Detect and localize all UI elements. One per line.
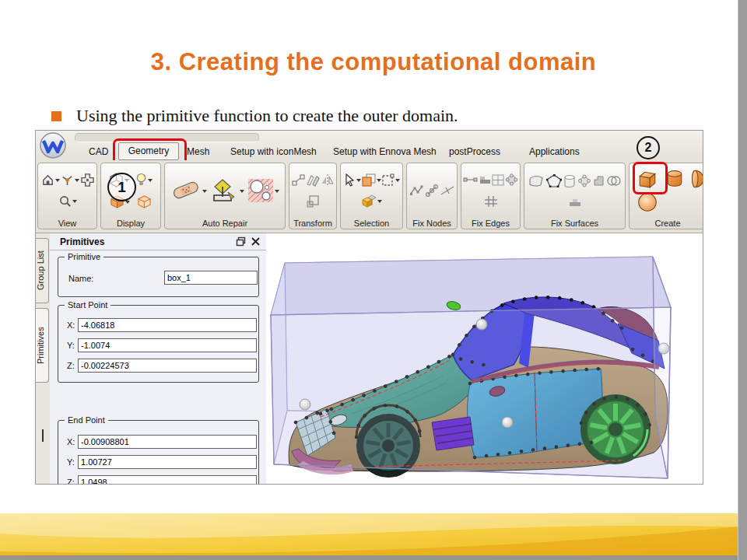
app-logo-icon <box>37 131 68 159</box>
toolbar-group-transform: Transform <box>289 163 337 229</box>
page-title: 3. Creating the computational domain <box>0 48 747 76</box>
gold-bar-art <box>0 513 747 555</box>
toolbar-group-fix-edges: Fix Edges <box>461 163 521 229</box>
menu-item-setup-ennova[interactable]: Setup with Ennova Mesh <box>333 146 437 157</box>
mirror-icon[interactable] <box>321 173 335 187</box>
menu-item-applications[interactable]: Applications <box>529 146 580 157</box>
bullet-text: Using the primitive function to create t… <box>76 106 458 126</box>
edge-ramp-icon[interactable] <box>479 174 492 185</box>
start-y-input[interactable] <box>78 338 257 352</box>
toolbar-group-label: Fix Surfaces <box>524 219 625 228</box>
footer-gold-bar: IDAJ integrated digital advanced solutio… <box>0 513 747 555</box>
primitives-panel: Primitives Primitive Name: Start Point X… <box>50 233 267 485</box>
toolbar-group-label: Auto Repair <box>165 219 285 228</box>
viewport-3d[interactable] <box>266 233 703 485</box>
surface-cylinder-icon[interactable] <box>563 174 576 188</box>
window-edge-bar <box>738 0 747 560</box>
annotation-box-create <box>633 162 668 194</box>
select-faces-icon[interactable] <box>362 173 381 187</box>
viewport-scene <box>266 233 703 483</box>
edge-fence-icon[interactable] <box>484 195 498 208</box>
toolbar-group-label: Create <box>630 219 703 228</box>
view-pad-icon[interactable] <box>81 173 94 187</box>
float-panel-icon[interactable] <box>236 236 246 247</box>
menu-item-postprocess[interactable]: postProcess <box>449 146 500 157</box>
menu-item-mesh[interactable]: Mesh <box>187 146 209 157</box>
bandage-icon[interactable] <box>170 179 207 202</box>
start-z-label: Z: <box>67 361 75 370</box>
end-z-label: Z: <box>67 478 75 485</box>
hole-fill-icon[interactable] <box>247 178 279 203</box>
create-dome-icon[interactable] <box>692 170 703 188</box>
zoom-icon[interactable] <box>58 194 77 208</box>
edge-segment-icon[interactable] <box>463 174 478 185</box>
toolbar-group-fix-surfaces: Fix Surfaces <box>524 163 626 229</box>
group-label: End Point <box>65 415 108 425</box>
end-x-label: X: <box>67 437 75 446</box>
group-label: Primitive <box>65 252 103 261</box>
bullet-square-icon <box>51 111 61 121</box>
annotation-step-1: 1 <box>107 173 136 201</box>
rotate-copy-icon[interactable] <box>306 173 320 187</box>
start-y-label: Y: <box>67 341 75 350</box>
create-cylinder-icon[interactable] <box>665 170 684 188</box>
orient-axis-icon[interactable] <box>61 173 79 187</box>
node-chain-icon[interactable] <box>425 184 439 197</box>
side-tab-strip: Group List Primitives <box>36 233 50 485</box>
start-x-label: X: <box>67 320 75 330</box>
menu-item-cad[interactable]: CAD <box>89 146 108 157</box>
panel-header: Primitives <box>50 233 266 250</box>
toolbar-group-fix-nodes: Fix Nodes <box>406 163 458 229</box>
group-label: Start Point <box>65 300 110 310</box>
lightbulb-icon[interactable] <box>135 173 153 187</box>
toolbar-group-label: Fix Nodes <box>407 219 457 228</box>
wire-box-icon[interactable] <box>137 194 152 208</box>
toolbar-group-label: Display <box>101 219 160 228</box>
end-y-input[interactable] <box>78 455 257 469</box>
box-select-icon[interactable] <box>381 173 400 187</box>
tab-primitives[interactable]: Primitives <box>36 308 49 383</box>
toolbar-group-label: Selection <box>341 219 402 228</box>
dock-body: Group List Primitives Primitives Primiti… <box>36 233 703 485</box>
bottom-edge-strip <box>0 555 747 560</box>
toolbar-group-label: Fix Edges <box>461 219 520 228</box>
surface-puzzle-icon[interactable] <box>577 174 591 187</box>
end-y-label: Y: <box>67 457 75 467</box>
toolbar-group-view: View <box>37 163 97 229</box>
slide: 3. Creating the computational domain Usi… <box>0 0 747 560</box>
scale-icon[interactable] <box>306 194 320 208</box>
toolbar-group-selection: Selection <box>340 163 403 229</box>
surface-ramp-icon[interactable] <box>569 197 581 207</box>
app-titlebar: CAD Geometry Mesh Setup with iconMesh Se… <box>36 131 703 160</box>
app-screenshot: CAD Geometry Mesh Setup with iconMesh Se… <box>35 130 703 485</box>
annotation-step-2: 2 <box>637 136 660 159</box>
tab-group-list[interactable]: Group List <box>36 238 49 303</box>
ribbon-toolbar: View Display <box>36 160 703 233</box>
edge-grid-icon[interactable] <box>492 174 504 186</box>
cursor-icon[interactable] <box>343 173 361 187</box>
translate-icon[interactable] <box>292 173 306 187</box>
start-x-input[interactable] <box>78 318 257 332</box>
panel-title: Primitives <box>60 236 104 247</box>
surface-extrude-icon[interactable] <box>593 175 605 187</box>
end-z-input[interactable] <box>78 475 257 485</box>
split-line-icon[interactable] <box>440 184 455 197</box>
create-sphere-icon[interactable] <box>637 192 658 212</box>
menu-item-setup-iconmesh[interactable]: Setup with iconMesh <box>230 146 317 157</box>
toolbar-group-label: Transform <box>289 219 336 228</box>
surface-poly-icon[interactable] <box>546 174 562 187</box>
toolbar-group-label: View <box>38 219 96 228</box>
select-solids-icon[interactable] <box>362 194 382 208</box>
edge-puzzle-icon[interactable] <box>505 173 518 186</box>
repair-flag-icon[interactable] <box>211 178 244 203</box>
name-input[interactable] <box>164 271 258 285</box>
tab-tick <box>42 429 44 442</box>
name-label: Name: <box>68 274 93 283</box>
surface-quad-icon[interactable] <box>528 174 545 187</box>
home-icon[interactable] <box>41 173 60 187</box>
start-z-input[interactable] <box>78 359 257 373</box>
fix-polyline-icon[interactable] <box>409 184 425 197</box>
end-x-input[interactable] <box>78 435 257 449</box>
close-panel-icon[interactable] <box>251 236 261 247</box>
surface-merge-icon[interactable] <box>606 175 622 187</box>
